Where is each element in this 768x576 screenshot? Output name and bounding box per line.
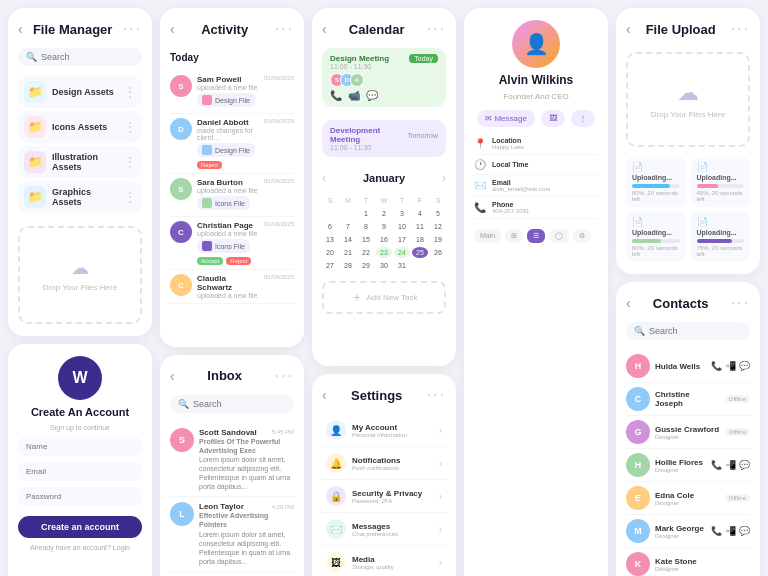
cal-day[interactable]: 4 <box>412 208 428 219</box>
cal-day[interactable]: 15 <box>358 234 374 245</box>
cal-day[interactable]: 24 <box>394 247 410 258</box>
more-icon[interactable]: ··· <box>731 294 750 312</box>
more-icon[interactable]: ··· <box>427 386 446 404</box>
add-task-button[interactable]: ＋ Add New Task <box>322 281 446 314</box>
more-icon[interactable]: ··· <box>731 20 750 38</box>
call-icon[interactable]: 📲 <box>725 361 736 371</box>
cal-day[interactable]: 3 <box>394 208 410 219</box>
contact-item[interactable]: G Gussie Crawford Designer Offline <box>626 416 750 449</box>
chat-icon[interactable]: 💬 <box>739 460 750 470</box>
cal-day[interactable]: 26 <box>430 247 446 258</box>
message-button[interactable]: ✉ Message <box>477 110 535 127</box>
back-icon[interactable]: ‹ <box>18 21 23 37</box>
drop-zone[interactable]: ☁ Drop Your Files Here <box>18 226 142 324</box>
email-field[interactable] <box>18 462 142 481</box>
cal-day[interactable]: 28 <box>340 260 356 271</box>
reject-button[interactable]: Reject <box>226 257 251 265</box>
create-account-button[interactable]: Create an account <box>18 516 142 538</box>
back-icon[interactable]: ‹ <box>322 387 327 403</box>
inbox-item[interactable]: S Scott Sandoval 5:45 PM Profiles Of The… <box>170 423 294 498</box>
inbox-item[interactable]: J Jeremiah Hill 9:45 PM Designer <box>170 572 294 576</box>
tab-photo[interactable]: ◯ <box>549 229 569 243</box>
cal-day[interactable]: 2 <box>376 208 392 219</box>
chat-icon[interactable]: 💬 <box>366 90 378 101</box>
more-icon[interactable]: ··· <box>275 20 294 38</box>
file-item[interactable]: 📁 Illustration Assets ⋮ <box>18 146 142 178</box>
password-field[interactable] <box>18 487 142 506</box>
video-icon[interactable]: 📹 <box>348 90 360 101</box>
contact-item[interactable]: K Kate Stone Designer <box>626 548 750 576</box>
cal-day[interactable]: 16 <box>376 234 392 245</box>
cal-day[interactable]: 21 <box>340 247 356 258</box>
cal-day[interactable]: 9 <box>376 221 392 232</box>
name-field[interactable] <box>18 437 142 456</box>
photo-button[interactable]: 🖼 <box>541 110 565 127</box>
upload-drop-zone[interactable]: ☁ Drop Your Files Here <box>626 52 750 147</box>
login-link[interactable]: Already have an account? Login <box>30 544 130 551</box>
file-menu-icon[interactable]: ⋮ <box>124 85 136 99</box>
phone-icon[interactable]: 📞 <box>711 460 722 470</box>
call-icon[interactable]: 📲 <box>725 526 736 536</box>
inbox-item[interactable]: L Leon Taylor 4:20 PM Effective Advertis… <box>170 497 294 572</box>
cal-day[interactable]: 31 <box>394 260 410 271</box>
settings-item[interactable]: 🔔 Notifications Push notifications › <box>322 447 446 480</box>
accept-button[interactable]: Accept <box>197 257 223 265</box>
cal-day[interactable]: 29 <box>358 260 374 271</box>
call-icon[interactable]: 📲 <box>725 460 736 470</box>
more-icon[interactable]: ··· <box>427 20 446 38</box>
settings-item[interactable]: ✉️ Messages Chat preferences › <box>322 513 446 546</box>
contact-item[interactable]: H Hulda Wells 📞📲💬 <box>626 350 750 383</box>
phone-icon[interactable]: 📞 <box>711 526 722 536</box>
cal-day[interactable]: 1 <box>358 208 374 219</box>
contacts-search-input[interactable] <box>649 326 742 336</box>
cal-day[interactable]: 20 <box>322 247 338 258</box>
tab-settings[interactable]: ⚙ <box>573 229 591 243</box>
cal-next-icon[interactable]: › <box>442 171 446 185</box>
cal-day[interactable]: 5 <box>430 208 446 219</box>
cal-day[interactable]: 23 <box>376 247 392 258</box>
tab-list-active[interactable]: ☰ <box>527 229 545 243</box>
tab-main[interactable]: Main <box>474 229 501 243</box>
cal-day[interactable]: 30 <box>376 260 392 271</box>
chat-icon[interactable]: 💬 <box>739 361 750 371</box>
cal-day[interactable]: 6 <box>322 221 338 232</box>
phone-icon[interactable]: 📞 <box>711 361 722 371</box>
cal-day[interactable]: 25 <box>412 247 428 258</box>
search-input[interactable] <box>41 52 134 62</box>
file-item[interactable]: 📁 Icons Assets ⋮ <box>18 111 142 143</box>
more-icon[interactable]: ··· <box>275 367 294 385</box>
tab-grid[interactable]: ⊞ <box>505 229 523 243</box>
inbox-search-input[interactable] <box>193 399 286 409</box>
cal-day[interactable]: 12 <box>430 221 446 232</box>
cal-day[interactable]: 11 <box>412 221 428 232</box>
settings-item[interactable]: 👤 My Account Personal information › <box>322 414 446 447</box>
file-item[interactable]: 📁 Graphics Assets ⋮ <box>18 181 142 213</box>
cal-day[interactable]: 10 <box>394 221 410 232</box>
back-icon[interactable]: ‹ <box>170 21 175 37</box>
settings-item[interactable]: 🖼 Media Storage, quality › <box>322 546 446 576</box>
file-menu-icon[interactable]: ⋮ <box>124 155 136 169</box>
back-icon[interactable]: ‹ <box>626 295 631 311</box>
contact-item[interactable]: C Christine Joseph Offline <box>626 383 750 416</box>
reject-button[interactable]: Reject <box>197 161 222 169</box>
back-icon[interactable]: ‹ <box>626 21 631 37</box>
back-icon[interactable]: ‹ <box>170 368 175 384</box>
cal-day[interactable]: 22 <box>358 247 374 258</box>
cal-day[interactable]: 27 <box>322 260 338 271</box>
back-icon[interactable]: ‹ <box>322 21 327 37</box>
more-button[interactable]: ⋮ <box>571 110 595 127</box>
file-item[interactable]: 📁 Design Assets ⋮ <box>18 76 142 108</box>
cal-day[interactable]: 8 <box>358 221 374 232</box>
contact-item[interactable]: H Hollie Flores Designer 📞📲💬 <box>626 449 750 482</box>
chat-icon[interactable]: 💬 <box>739 526 750 536</box>
cal-day[interactable]: 14 <box>340 234 356 245</box>
cal-day[interactable]: 19 <box>430 234 446 245</box>
cal-day[interactable]: 7 <box>340 221 356 232</box>
settings-item[interactable]: 🔒 Security & Privacy Password, 2FA › <box>322 480 446 513</box>
cal-day[interactable]: 18 <box>412 234 428 245</box>
cal-prev-icon[interactable]: ‹ <box>322 171 326 185</box>
contact-item[interactable]: M Mark George Designer 📞📲💬 <box>626 515 750 548</box>
contact-item[interactable]: E Edna Cole Designer Offline <box>626 482 750 515</box>
call-icon[interactable]: 📞 <box>330 90 342 101</box>
file-menu-icon[interactable]: ⋮ <box>124 120 136 134</box>
